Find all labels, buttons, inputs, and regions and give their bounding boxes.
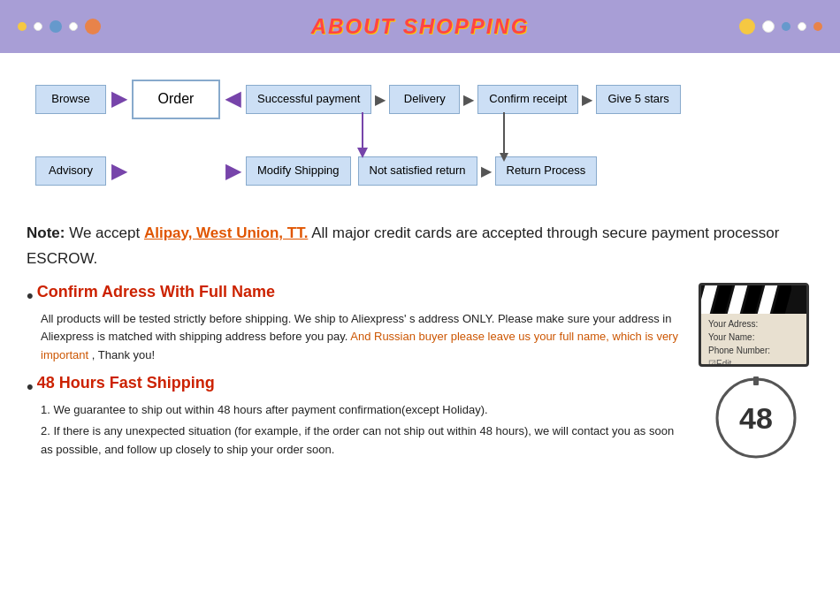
card-edit: ☑Edit (708, 359, 799, 367)
dot-white-2 (69, 22, 78, 31)
flow-box-give-stars: Give 5 stars (596, 85, 680, 114)
header-dots-right (739, 19, 822, 34)
hours-circle-image: 48 (699, 374, 813, 462)
dot-yellow-1 (18, 22, 27, 31)
arrow-modify-order: ▶ (220, 160, 246, 183)
note-label: Note: (27, 224, 65, 241)
flow-box-browse: Browse (35, 85, 106, 114)
card-body: Your Adress: Your Name: Phone Number: ☑E… (701, 314, 806, 364)
hours-point2: 2. If there is any unexpected situation … (41, 422, 681, 460)
note-section: Note: We accept Alipay, West Union, TT. … (27, 221, 813, 272)
circle-48-container: 48 (712, 374, 800, 462)
card-line-name: Your Name: (708, 331, 799, 344)
dot-white-4 (798, 22, 806, 31)
dot-blue-2 (782, 22, 790, 31)
flow-box-order: Order (132, 80, 220, 119)
clapper-top (701, 285, 806, 314)
arrow-payment-delivery: ▶ (371, 91, 389, 108)
flow-box-confirm-receipt: Confirm receipt (477, 85, 578, 114)
arrow-browse-order: ▶ (106, 87, 132, 110)
flow-box-successful-payment: Successful payment (246, 85, 371, 114)
arrow-delivery-confirm: ▶ (460, 91, 477, 108)
dot-orange-2 (813, 22, 822, 31)
clapper-stripes (701, 285, 791, 314)
bullet-dot-1: • (27, 283, 34, 310)
card-edit-label: ☑Edit (708, 359, 731, 367)
note-link[interactable]: Alipay, West Union, TT. (144, 224, 308, 241)
dot-white-3 (762, 20, 775, 33)
arrow-order-payment: ◀ (220, 87, 246, 110)
page-content: Note: We accept Alipay, West Union, TT. … (0, 212, 840, 462)
section-48-hours: • 48 Hours Fast Shipping 1. We guarantee… (27, 374, 813, 462)
dot-blue-1 (50, 20, 62, 33)
flow-box-not-satisfied: Not satisfied return (358, 156, 477, 186)
circle-48-number: 48 (739, 400, 773, 435)
flow-top-row: Browse ▶ Order ◀ Successful payment ▶ De… (35, 80, 805, 119)
flow-box-modify-shipping: Modify Shipping (246, 156, 351, 186)
flow-box-delivery: Delivery (389, 85, 460, 114)
flow-box-advisory: Advisory (35, 156, 106, 186)
hours-title: 48 Hours Fast Shipping (37, 374, 215, 392)
section-confirm-address: • Confirm Adress With Full Name All prod… (27, 283, 813, 367)
arrow-advisory-order: ▶ (106, 160, 132, 183)
hours-header: • 48 Hours Fast Shipping (27, 374, 681, 401)
confirm-address-text: All products will be tested strictly bef… (41, 310, 681, 365)
flow-box-return-process: Return Process (495, 156, 598, 186)
hours-text: 1. We guarantee to ship out within 48 ho… (41, 401, 681, 460)
arrow-confirm-stars: ▶ (578, 91, 596, 108)
confirm-text-end: , Thank you! (92, 348, 155, 361)
card-line-phone: Phone Number: (708, 344, 799, 357)
confirm-address-content: • Confirm Adress With Full Name All prod… (27, 283, 681, 365)
confirm-address-header: • Confirm Adress With Full Name (27, 283, 681, 310)
note-text1: We accept (69, 224, 144, 241)
hours-content: • 48 Hours Fast Shipping 1. We guarantee… (27, 374, 681, 460)
address-card: Your Adress: Your Name: Phone Number: ☑E… (699, 283, 809, 367)
hours-point1: 1. We guarantee to ship out within 48 ho… (41, 401, 681, 420)
dot-white-1 (34, 22, 42, 31)
card-line-address: Your Adress: (708, 317, 799, 331)
bullet-dot-2: • (27, 374, 34, 401)
flow-bottom-row: Advisory ▶ ▶ Modify Shipping Not satisfi… (35, 156, 805, 186)
address-card-image: Your Adress: Your Name: Phone Number: ☑E… (699, 283, 813, 367)
confirm-address-title: Confirm Adress With Full Name (37, 283, 275, 301)
header-dots-left (18, 19, 101, 34)
arrow-notsatisfied-return: ▶ (477, 163, 495, 179)
flow-diagram: Browse ▶ Order ◀ Successful payment ▶ De… (35, 71, 805, 194)
page-header: ABOUT SHOPPING (0, 0, 840, 53)
dot-yellow-2 (739, 19, 755, 34)
page-title: ABOUT SHOPPING (311, 14, 530, 39)
dot-orange-1 (85, 19, 101, 34)
